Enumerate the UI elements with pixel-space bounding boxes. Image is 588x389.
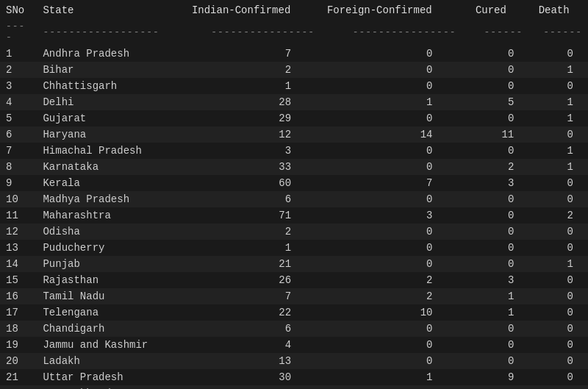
cell-indian-confirmed: 4 (185, 337, 320, 353)
cell-foreign-confirmed: 0 (320, 143, 462, 159)
cell-indian-confirmed: 7 (185, 288, 320, 304)
cell-state: Uttarakhand (37, 385, 185, 389)
cell-foreign-confirmed: 0 (320, 159, 462, 175)
cell-foreign-confirmed: 0 (320, 62, 462, 78)
header-state: State (37, 0, 185, 21)
cell-death: 0 (528, 78, 588, 94)
table-row: 9Kerala60730 (0, 175, 588, 191)
cell-sno: 5 (0, 110, 37, 126)
table-row: 12Odisha2000 (0, 224, 588, 240)
table-row: 15Rajasthan26230 (0, 272, 588, 288)
cell-sno: 2 (0, 62, 37, 78)
cell-death: 0 (528, 272, 588, 288)
cell-state: Jammu and Kashmir (37, 337, 185, 353)
cell-foreign-confirmed: 0 (320, 240, 462, 256)
cell-foreign-confirmed: 0 (320, 385, 462, 389)
cell-sno: 7 (0, 143, 37, 159)
cell-sno: 12 (0, 224, 37, 240)
table-row: 10Madhya Pradesh6000 (0, 191, 588, 207)
header-death: Death (528, 0, 588, 21)
cell-foreign-confirmed: 10 (320, 304, 462, 321)
cell-sno: 22 (0, 385, 37, 389)
cell-cured: 0 (462, 78, 529, 94)
cell-death: 0 (528, 175, 588, 191)
cell-death: 0 (528, 337, 588, 353)
cell-cured: 0 (462, 353, 529, 369)
header-sno: SNo (0, 0, 37, 21)
cell-sno: 6 (0, 126, 37, 143)
cell-cured: 0 (462, 240, 529, 256)
cell-sno: 18 (0, 321, 37, 337)
table-row: 14Punjab21001 (0, 256, 588, 272)
cell-cured: 0 (462, 256, 529, 272)
divider-state: ------------------ (37, 21, 185, 46)
cell-foreign-confirmed: 2 (320, 288, 462, 304)
table-row: 20Ladakh13000 (0, 353, 588, 369)
cell-foreign-confirmed: 0 (320, 78, 462, 94)
cell-cured: 0 (462, 224, 529, 240)
cell-indian-confirmed: 33 (185, 159, 320, 175)
cell-sno: 15 (0, 272, 37, 288)
cell-state: Ladakh (37, 353, 185, 369)
cell-cured: 9 (462, 369, 529, 385)
cell-foreign-confirmed: 3 (320, 207, 462, 224)
cell-foreign-confirmed: 2 (320, 272, 462, 288)
table-row: 3Chhattisgarh1000 (0, 78, 588, 94)
cell-sno: 4 (0, 94, 37, 110)
cell-sno: 1 (0, 46, 37, 62)
table-row: 22Uttarakhand3000 (0, 385, 588, 389)
cell-state: Chandigarh (37, 321, 185, 337)
cell-foreign-confirmed: 0 (320, 110, 462, 126)
cell-state: Andhra Pradesh (37, 46, 185, 62)
cell-state: Karnataka (37, 159, 185, 175)
cell-death: 0 (528, 288, 588, 304)
cell-death: 0 (528, 240, 588, 256)
cell-foreign-confirmed: 0 (320, 46, 462, 62)
cell-cured: 3 (462, 272, 529, 288)
cell-death: 1 (528, 94, 588, 110)
cell-indian-confirmed: 71 (185, 207, 320, 224)
cell-cured: 0 (462, 385, 529, 389)
cell-foreign-confirmed: 14 (320, 126, 462, 143)
cell-sno: 19 (0, 337, 37, 353)
cell-death: 1 (528, 159, 588, 175)
cell-indian-confirmed: 26 (185, 272, 320, 288)
cell-state: Haryana (37, 126, 185, 143)
cell-sno: 11 (0, 207, 37, 224)
cell-indian-confirmed: 2 (185, 62, 320, 78)
cell-cured: 11 (462, 126, 529, 143)
cell-sno: 3 (0, 78, 37, 94)
cell-indian-confirmed: 7 (185, 46, 320, 62)
table-row: 5Gujarat29001 (0, 110, 588, 126)
cell-state: Kerala (37, 175, 185, 191)
cell-cured: 0 (462, 143, 529, 159)
cell-sno: 13 (0, 240, 37, 256)
cell-indian-confirmed: 3 (185, 143, 320, 159)
cell-sno: 17 (0, 304, 37, 321)
divider-foreign: ---------------- (320, 21, 462, 46)
table-row: 13Puducherry1000 (0, 240, 588, 256)
cell-state: Punjab (37, 256, 185, 272)
cell-death: 1 (528, 143, 588, 159)
cell-sno: 9 (0, 175, 37, 191)
table-row: 1Andhra Pradesh7000 (0, 46, 588, 62)
header-row: SNo State Indian-Confirmed Foreign-Confi… (0, 0, 588, 21)
table-row: 11Maharashtra71302 (0, 207, 588, 224)
cell-indian-confirmed: 30 (185, 369, 320, 385)
cell-foreign-confirmed: 0 (320, 321, 462, 337)
cell-foreign-confirmed: 0 (320, 256, 462, 272)
cell-state: Telengana (37, 304, 185, 321)
cell-indian-confirmed: 60 (185, 175, 320, 191)
cell-indian-confirmed: 1 (185, 240, 320, 256)
cell-foreign-confirmed: 1 (320, 94, 462, 110)
cell-cured: 0 (462, 62, 529, 78)
covid-data-table: SNo State Indian-Confirmed Foreign-Confi… (0, 0, 588, 389)
cell-indian-confirmed: 6 (185, 191, 320, 207)
header-indian-confirmed: Indian-Confirmed (185, 0, 320, 21)
cell-state: Uttar Pradesh (37, 369, 185, 385)
cell-sno: 21 (0, 369, 37, 385)
cell-cured: 1 (462, 288, 529, 304)
cell-indian-confirmed: 21 (185, 256, 320, 272)
table-row: 4Delhi28151 (0, 94, 588, 110)
cell-death: 0 (528, 126, 588, 143)
